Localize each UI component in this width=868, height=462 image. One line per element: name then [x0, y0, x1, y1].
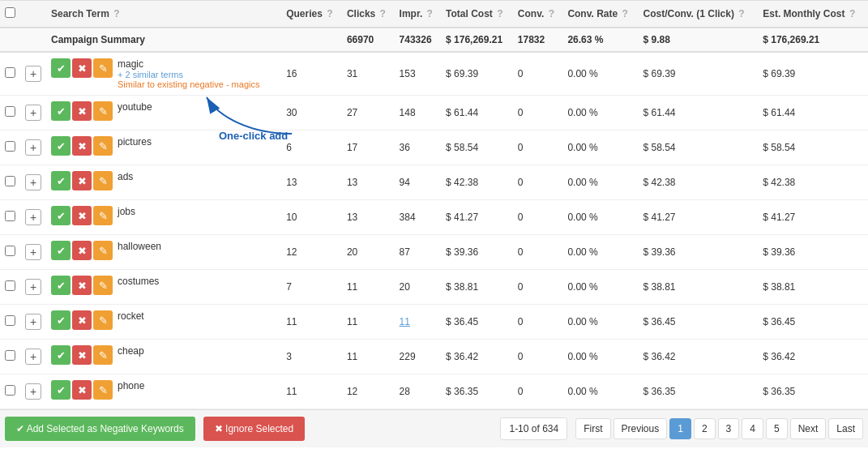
add-row-button-4[interactable]: +	[25, 209, 41, 225]
add-negative-button[interactable]: ✔ Add Selected as Negative Keywords	[5, 417, 195, 441]
approve-button-3[interactable]: ✔	[51, 171, 71, 190]
row-checkbox-8[interactable]	[5, 350, 15, 361]
approve-button-2[interactable]: ✔	[51, 136, 71, 156]
search-term-cell: ✔ ✖ ✎ magic+ 2 similar termsSimilar to e…	[46, 52, 281, 96]
row-checkbox-0[interactable]	[5, 67, 15, 78]
summary-conv: 17832	[513, 28, 563, 52]
row-checkbox-2[interactable]	[5, 141, 15, 152]
search-term-cell: ✔ ✖ ✎ youtube	[46, 96, 281, 130]
last-page-button[interactable]: Last	[828, 418, 863, 439]
clicks-cell: 17	[342, 130, 395, 165]
page-2-button[interactable]: 2	[694, 418, 716, 439]
row-checkbox-9[interactable]	[5, 385, 15, 396]
row-checkbox-6[interactable]	[5, 280, 15, 291]
approve-button-7[interactable]: ✔	[51, 310, 71, 330]
conv-rate-cell: 0.00 %	[562, 165, 638, 200]
queries-help-icon[interactable]: ?	[327, 8, 332, 19]
est-monthly-cell: $ 36.35	[758, 374, 868, 409]
page-4-button[interactable]: 4	[742, 418, 763, 439]
add-row-button-5[interactable]: +	[25, 244, 41, 260]
impr-cell: 94	[395, 165, 441, 200]
page-5-button[interactable]: 5	[766, 418, 788, 439]
add-row-button-2[interactable]: +	[25, 139, 41, 156]
ignore-selected-button[interactable]: ✖ Ignore Selected	[203, 417, 305, 441]
add-row-button-9[interactable]: +	[25, 383, 41, 400]
row-checkbox-3[interactable]	[5, 176, 15, 186]
est-monthly-help-icon[interactable]: ?	[849, 8, 855, 19]
reject-button-9[interactable]: ✖	[72, 380, 92, 400]
row-checkbox-7[interactable]	[5, 315, 15, 326]
term-text: rocket	[118, 310, 144, 322]
search-term-cell: ✔ ✖ ✎ cheap	[46, 340, 281, 374]
similar-terms-0[interactable]: + 2 similar terms	[118, 70, 259, 79]
edit-button-1[interactable]: ✎	[93, 101, 113, 121]
summary-conv-rate: 26.63 %	[562, 28, 638, 52]
add-row-button-7[interactable]: +	[25, 314, 41, 330]
impr-link-7[interactable]: 11	[400, 316, 410, 327]
reject-button-4[interactable]: ✖	[72, 206, 92, 225]
impr-help-icon[interactable]: ?	[427, 8, 433, 19]
conv-cell: 0	[513, 374, 563, 409]
clicks-help-icon[interactable]: ?	[380, 8, 386, 19]
edit-button-7[interactable]: ✎	[93, 310, 113, 330]
approve-button-0[interactable]: ✔	[51, 58, 71, 78]
row-checkbox-1[interactable]	[5, 106, 15, 117]
impr-cell: 148	[395, 96, 441, 130]
add-row-button-0[interactable]: +	[25, 66, 41, 82]
impr-cell[interactable]: 11	[395, 305, 441, 340]
edit-button-4[interactable]: ✎	[93, 206, 113, 225]
add-row-button-8[interactable]: +	[25, 349, 41, 365]
queries-cell: 13	[281, 165, 342, 200]
row-checkbox-5[interactable]	[5, 246, 15, 256]
select-all-checkbox[interactable]	[5, 7, 15, 18]
reject-button-1[interactable]: ✖	[72, 101, 92, 121]
search-term-help-icon[interactable]: ?	[113, 8, 119, 19]
conv-rate-cell: 0.00 %	[562, 52, 638, 96]
edit-button-9[interactable]: ✎	[93, 380, 113, 400]
approve-button-8[interactable]: ✔	[51, 345, 71, 365]
table-row: + ✔ ✖ ✎ ads131394$ 42.3800.00 %$ 42.38$ …	[0, 165, 868, 200]
summary-clicks: 66970	[342, 28, 395, 52]
reject-button-2[interactable]: ✖	[72, 136, 92, 156]
conv-rate-help-icon[interactable]: ?	[622, 8, 628, 19]
approve-button-5[interactable]: ✔	[51, 241, 71, 260]
impr-cell: 28	[395, 374, 441, 409]
previous-page-button[interactable]: Previous	[614, 418, 668, 439]
add-row-button-1[interactable]: +	[25, 105, 41, 121]
approve-button-1[interactable]: ✔	[51, 101, 71, 121]
row-checkbox-4[interactable]	[5, 211, 15, 221]
edit-button-2[interactable]: ✎	[93, 136, 113, 156]
cost-conv-help-icon[interactable]: ?	[738, 8, 744, 19]
approve-button-4[interactable]: ✔	[51, 206, 71, 225]
cost-conv-cell: $ 58.54	[639, 130, 759, 165]
next-page-button[interactable]: Next	[790, 418, 827, 439]
total-cost-cell: $ 39.36	[441, 235, 513, 270]
edit-button-5[interactable]: ✎	[93, 241, 113, 260]
first-page-button[interactable]: First	[575, 418, 610, 439]
approve-button-6[interactable]: ✔	[51, 276, 71, 295]
est-monthly-cell: $ 38.81	[758, 270, 868, 305]
page-1-button[interactable]: 1	[669, 418, 691, 439]
edit-button-8[interactable]: ✎	[93, 345, 113, 365]
reject-button-0[interactable]: ✖	[72, 58, 92, 78]
reject-button-5[interactable]: ✖	[72, 241, 92, 260]
queries-cell: 11	[281, 374, 342, 409]
add-row-button-6[interactable]: +	[25, 279, 41, 295]
add-row-button-3[interactable]: +	[25, 174, 41, 190]
conv-help-icon[interactable]: ?	[549, 8, 554, 19]
page-3-button[interactable]: 3	[718, 418, 740, 439]
reject-button-7[interactable]: ✖	[72, 310, 92, 330]
approve-button-9[interactable]: ✔	[51, 380, 71, 400]
action-buttons: ✔ ✖ ✎	[51, 276, 113, 295]
edit-button-6[interactable]: ✎	[93, 276, 113, 295]
edit-button-3[interactable]: ✎	[93, 171, 113, 190]
clicks-cell: 13	[342, 165, 395, 200]
reject-button-6[interactable]: ✖	[72, 276, 92, 295]
reject-button-3[interactable]: ✖	[72, 171, 92, 190]
negative-note-0: Similar to existing negative - magics	[118, 79, 259, 89]
queries-cell: 10	[281, 200, 342, 235]
reject-button-8[interactable]: ✖	[72, 345, 92, 365]
conv-cell: 0	[513, 200, 563, 235]
edit-button-0[interactable]: ✎	[93, 58, 113, 78]
total-cost-help-icon[interactable]: ?	[497, 8, 502, 19]
